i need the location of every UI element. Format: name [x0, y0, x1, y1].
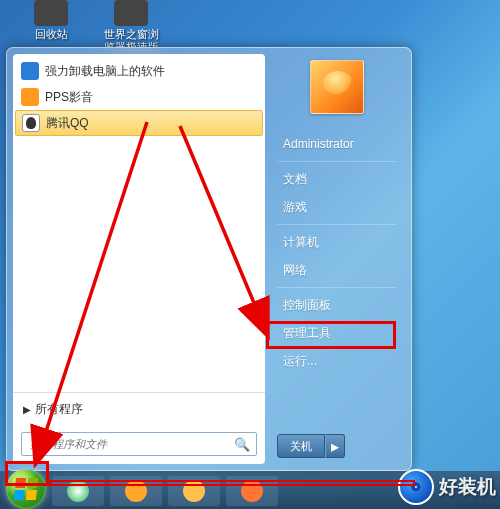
separator [277, 224, 397, 225]
search-input[interactable] [30, 438, 234, 450]
search-icon[interactable]: 🔍 [234, 437, 250, 452]
taskbar-item[interactable] [168, 476, 220, 506]
app-icon [67, 480, 89, 502]
taskbar-item[interactable] [226, 476, 278, 506]
app-icon [183, 480, 205, 502]
separator [277, 161, 397, 162]
uninstall-icon [21, 62, 39, 80]
start-menu: 强力卸载电脑上的软件 PPS影音 腾讯QQ ▶ 所有程序 🔍 Adm [6, 47, 412, 471]
watermark-icon [398, 469, 434, 505]
search-box[interactable]: 🔍 [21, 432, 257, 456]
right-item-run[interactable]: 运行... [277, 347, 397, 375]
program-label: PPS影音 [45, 89, 93, 106]
user-name[interactable]: Administrator [277, 130, 397, 158]
program-item-pps[interactable]: PPS影音 [15, 84, 263, 110]
desktop-icon-label: 回收站 [35, 28, 68, 41]
shutdown-button[interactable]: 关机 [277, 434, 325, 458]
app-icon [125, 480, 147, 502]
search-row: 🔍 [13, 426, 265, 464]
program-item-uninstall[interactable]: 强力卸载电脑上的软件 [15, 58, 263, 84]
all-programs[interactable]: ▶ 所有程序 [13, 392, 265, 426]
user-avatar[interactable] [310, 60, 364, 114]
start-button[interactable] [6, 469, 46, 509]
right-item-network[interactable]: 网络 [277, 256, 397, 284]
pps-icon [21, 88, 39, 106]
right-item-admin-tools[interactable]: 管理工具 [277, 319, 397, 347]
start-menu-left: 强力卸载电脑上的软件 PPS影音 腾讯QQ ▶ 所有程序 🔍 [13, 54, 265, 464]
program-list: 强力卸载电脑上的软件 PPS影音 腾讯QQ [13, 54, 265, 392]
chevron-right-icon: ▶ [23, 404, 31, 415]
program-label: 腾讯QQ [46, 115, 89, 132]
qq-icon [22, 114, 40, 132]
right-item-control-panel[interactable]: 控制面板 [277, 291, 397, 319]
all-programs-label: 所有程序 [35, 401, 83, 418]
program-item-qq[interactable]: 腾讯QQ [15, 110, 263, 136]
watermark: 好装机 [398, 469, 496, 505]
avatar-wrap [277, 60, 397, 124]
taskbar-item[interactable] [110, 476, 162, 506]
program-label: 强力卸载电脑上的软件 [45, 63, 165, 80]
shutdown-row: 关机 ▸ [277, 434, 397, 458]
app-icon [241, 480, 263, 502]
recycle-bin-icon [34, 0, 68, 26]
watermark-text: 好装机 [439, 474, 496, 500]
right-item-documents[interactable]: 文档 [277, 165, 397, 193]
shutdown-options-button[interactable]: ▸ [325, 434, 345, 458]
separator [277, 287, 397, 288]
taskbar-item[interactable] [52, 476, 104, 506]
right-item-computer[interactable]: 计算机 [277, 228, 397, 256]
start-menu-right: Administrator 文档 游戏 计算机 网络 控制面板 管理工具 运行.… [265, 54, 405, 464]
browser-icon [114, 0, 148, 26]
right-item-games[interactable]: 游戏 [277, 193, 397, 221]
